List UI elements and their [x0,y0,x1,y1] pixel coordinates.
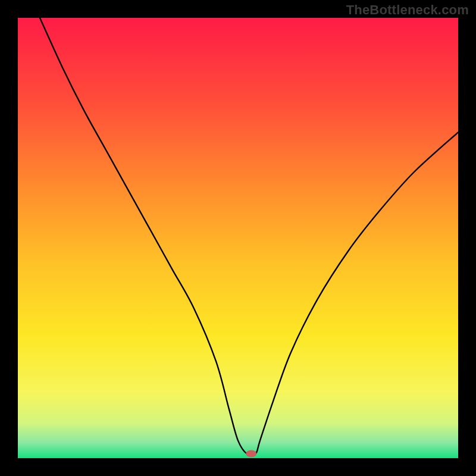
watermark-label: TheBottleneck.com [346,2,469,18]
optimum-marker [246,450,256,458]
gradient-background [18,18,458,458]
chart-frame: TheBottleneck.com [0,0,476,476]
bottleneck-chart [18,18,458,458]
plot-area [18,18,458,458]
